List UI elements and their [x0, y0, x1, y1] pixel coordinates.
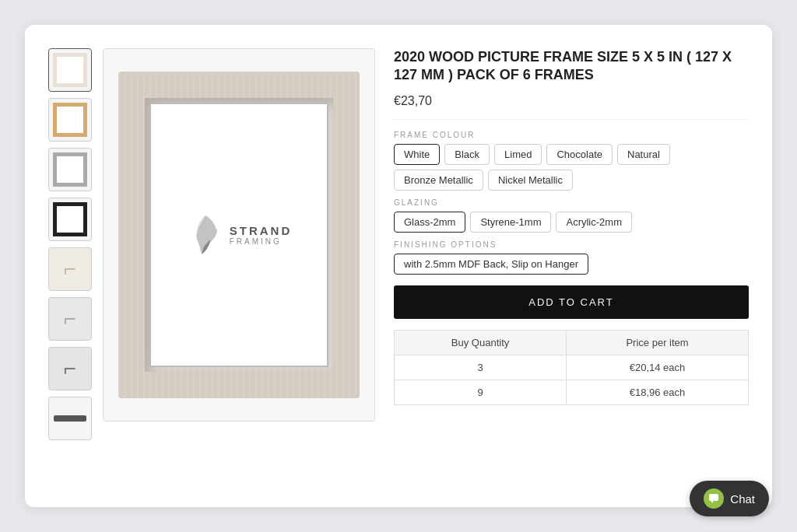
- thumbnail-black[interactable]: [48, 198, 92, 241]
- colour-btn-white[interactable]: White: [394, 144, 440, 165]
- glazing-btn-acrylic[interactable]: Acrylic-2mm: [556, 212, 632, 233]
- frame-colour-options: White Black Limed Chocolate Natural Bron…: [394, 144, 749, 191]
- corner-mid-icon: ⌐: [64, 308, 76, 330]
- chat-icon: [704, 488, 724, 509]
- main-product-image: STRAND FRAMING: [103, 48, 375, 422]
- corner-light-icon: ⌐: [64, 258, 76, 280]
- product-title: 2020 WOOD PICTURE FRAME SIZE 5 X 5 IN ( …: [394, 48, 749, 85]
- brand-name: STRAND: [230, 224, 293, 237]
- colour-btn-black[interactable]: Black: [444, 144, 490, 165]
- colour-btn-limed[interactable]: Limed: [494, 144, 542, 165]
- thumbnail-white[interactable]: [48, 48, 92, 92]
- thumbnail-corner-dark[interactable]: ⌐: [48, 347, 92, 390]
- frame-colour-label: FRAME COLOUR: [394, 131, 749, 139]
- brand-logo: STRAND FRAMING: [186, 212, 293, 258]
- finishing-section: FINISHING OPTIONS with 2.5mm MDF Back, S…: [394, 240, 749, 275]
- glazing-btn-styrene[interactable]: Styrene-1mm: [470, 212, 551, 233]
- bar-icon: [54, 415, 86, 422]
- colour-btn-bronze-metallic[interactable]: Bronze Metallic: [394, 170, 483, 191]
- thumbnail-natural[interactable]: [48, 98, 92, 142]
- thumbnail-corner-light[interactable]: ⌐: [48, 247, 92, 291]
- chat-label: Chat: [730, 492, 755, 506]
- frame-inner: STRAND FRAMING: [149, 103, 328, 367]
- divider-1: [394, 119, 749, 120]
- table-row: 3 €20,14 each: [395, 355, 749, 380]
- thumb-white-frame: [53, 53, 87, 87]
- price-table-col1: Buy Quantity: [395, 330, 567, 355]
- brand-sub: FRAMING: [230, 237, 293, 246]
- finishing-btn-mdf[interactable]: with 2.5mm MDF Back, Slip on Hanger: [394, 254, 588, 275]
- frame-colour-section: FRAME COLOUR White Black Limed Chocolate…: [394, 131, 749, 191]
- thumbnail-corner-mid[interactable]: ⌐: [48, 297, 92, 341]
- corner-dark-icon: ⌐: [64, 358, 76, 380]
- right-panel: 2020 WOOD PICTURE FRAME SIZE 5 X 5 IN ( …: [394, 48, 749, 484]
- colour-btn-nickel-metallic[interactable]: Nickel Metallic: [488, 170, 573, 191]
- glazing-btn-glass[interactable]: Glass-2mm: [394, 212, 465, 233]
- price-9: €18,96 each: [567, 380, 749, 404]
- glazing-label: GLAZING: [394, 198, 749, 207]
- qty-9: 9: [395, 380, 567, 404]
- svg-rect-0: [709, 494, 718, 501]
- finishing-options: with 2.5mm MDF Back, Slip on Hanger: [394, 254, 749, 275]
- strand-text: STRAND FRAMING: [230, 224, 293, 246]
- colour-btn-chocolate[interactable]: Chocolate: [546, 144, 613, 165]
- frame-outer: STRAND FRAMING: [118, 72, 360, 398]
- left-panel: ⌐ ⌐ ⌐: [48, 48, 375, 484]
- glazing-options: Glass-2mm Styrene-1mm Acrylic-2mm: [394, 212, 749, 233]
- finishing-label: FINISHING OPTIONS: [394, 240, 749, 249]
- price-table-col2: Price per item: [567, 330, 749, 355]
- svg-marker-1: [711, 501, 713, 503]
- product-card: ⌐ ⌐ ⌐: [25, 25, 772, 507]
- qty-3: 3: [395, 355, 567, 380]
- colour-btn-natural[interactable]: Natural: [617, 144, 670, 165]
- thumbnail-list: ⌐ ⌐ ⌐: [48, 48, 95, 484]
- price-3: €20,14 each: [567, 355, 749, 380]
- thumb-grey-frame: [53, 152, 87, 187]
- add-to-cart-button[interactable]: ADD TO CART: [394, 285, 749, 319]
- price-table: Buy Quantity Price per item 3 €20,14 eac…: [394, 330, 749, 405]
- product-price: €23,70: [394, 94, 749, 108]
- chat-button[interactable]: Chat: [690, 481, 769, 516]
- strand-icon: [186, 212, 225, 258]
- thumb-natural-frame: [53, 103, 87, 137]
- thumb-black-frame: [53, 202, 87, 236]
- thumbnail-bar[interactable]: [48, 397, 92, 440]
- glazing-section: GLAZING Glass-2mm Styrene-1mm Acrylic-2m…: [394, 198, 749, 233]
- table-row: 9 €18,96 each: [395, 380, 749, 404]
- thumbnail-grey[interactable]: [48, 148, 92, 191]
